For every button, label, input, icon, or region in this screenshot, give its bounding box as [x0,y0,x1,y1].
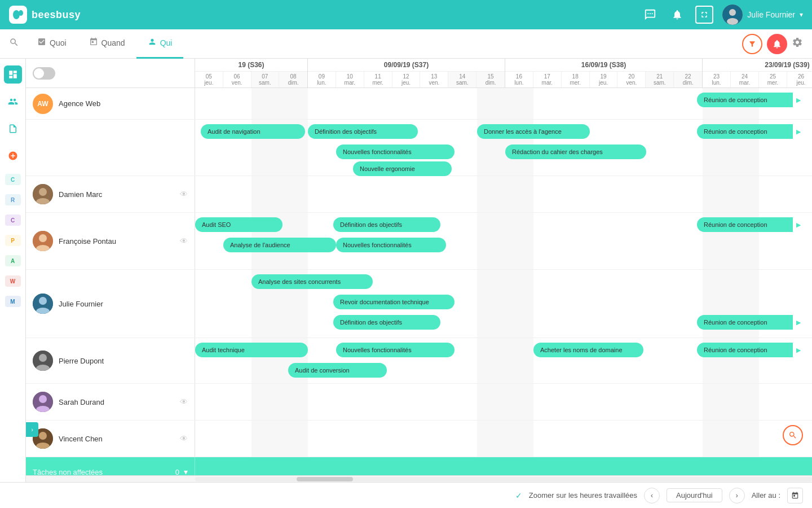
sidebar-dashboard-icon[interactable] [4,65,22,84]
bell-icon[interactable] [668,6,686,24]
svg-point-18 [39,354,47,362]
task-bar[interactable]: Définition des objectifs [308,124,418,139]
person-cell: Vincent Chen 👁 [26,421,195,457]
scroll-hint-button[interactable] [783,425,803,445]
goto-label: Aller au : [752,491,780,500]
table-row: Vincent Chen 👁 [26,421,812,457]
eye-icon[interactable]: 👁 [180,397,188,406]
day-col: 18mer. [562,72,590,87]
task-bar[interactable]: Nouvelles fonctionnalités [336,238,446,252]
scrollbar-thumb[interactable] [297,477,353,481]
calendar-picker-button[interactable] [787,488,803,503]
task-bar[interactable]: Nouvelles fonctionnalités [336,144,454,159]
taches-chevron[interactable]: ▾ [184,467,188,475]
next-nav-button[interactable]: › [729,488,745,503]
eye-icon[interactable]: 👁 [180,434,188,443]
day-col: 05jeu. [195,72,223,87]
task-bar[interactable]: Analyse des sites concurrents [251,274,373,289]
task-bar[interactable]: Audit SEO [195,217,283,232]
notification-button[interactable] [767,34,787,54]
sidebar-a-icon[interactable]: A [5,255,21,266]
day-col: 23lun. [703,72,731,87]
task-bar[interactable]: Acheter les noms de domaine [533,343,643,357]
user-chevron: ▾ [800,11,803,19]
settings-button[interactable] [792,37,803,51]
person-name: Damien Marc [59,190,102,199]
sidebar-c1-icon[interactable]: C [5,174,21,185]
task-bar[interactable]: Revoir documentation technique [333,295,454,309]
people-column-header [26,59,195,87]
search-button[interactable] [9,37,19,50]
sidebar-people-icon[interactable] [4,93,22,111]
day-col-weekend: 21sam. [646,72,674,87]
tab-qui-label: Qui [160,38,173,47]
task-bar[interactable]: Définition des objectifs [333,217,440,232]
task-bar[interactable]: Audit de conversion [288,363,387,378]
table-row: Pierre Dupont Audit technique Nouvelles … [26,338,812,384]
week-headers: 19 (S36) 05jeu. 06ven. 07sam. 08dim. 09/… [195,59,812,87]
day-col: 06ven. [223,72,251,87]
svg-rect-4 [652,13,653,14]
sidebar-doc-icon[interactable] [4,120,22,138]
prev-nav-button[interactable]: ‹ [644,488,660,503]
svg-rect-2 [648,13,649,14]
task-bar[interactable]: Définition des objectifs [333,315,440,330]
task-bar[interactable]: Donner les accès à l'agence [477,124,590,139]
task-bar[interactable]: Nouvelles fonctionnalités [336,343,454,357]
gantt-header: 19 (S36) 05jeu. 06ven. 07sam. 08dim. 09/… [26,59,812,88]
task-bar[interactable]: Réunion de conception ▶ [697,315,793,330]
task-bar[interactable]: Nouvelle ergonomie [353,161,452,176]
filter-button[interactable] [742,34,762,54]
zoom-label: Zoomer sur les heures travaillées [529,491,637,500]
week-s36-label: 19 (S36) [195,59,307,72]
task-bar[interactable]: Réunion de conception ▶ [697,343,793,357]
today-button[interactable]: Aujourd'hui [667,488,722,502]
task-bar[interactable]: Analyse de l'audience [223,238,336,252]
task-bar[interactable]: Audit technique [195,343,308,357]
table-row: AW Agence Web Réunion de conception ▶ [26,88,812,120]
quoi-icon [37,37,46,49]
day-col: 26jeu. [787,72,812,87]
chat-icon[interactable] [641,6,659,24]
taches-cell: Tâches non affectées 0 ▾ [26,457,195,475]
task-bar[interactable]: Audit de navigation [201,124,305,139]
sidebar-c2-icon[interactable]: C [5,214,21,226]
tab-qui[interactable]: Qui [136,29,184,59]
tab-quand[interactable]: Quand [78,29,136,59]
day-col: 12jeu. [392,72,421,87]
day-col-weekend: 14sam. [448,72,476,87]
toggle-switch[interactable] [33,67,55,80]
scrollbar-track [195,477,812,481]
avatar [33,184,53,204]
day-col: 16lun. [505,72,533,87]
sidebar-p-icon[interactable]: P [5,235,21,246]
task-bar[interactable]: Réunion de conception ▶ [697,93,793,107]
avatar [33,294,53,314]
avatar [33,351,53,371]
tab-quoi-label: Quoi [50,38,67,47]
svg-point-1 [19,10,23,16]
top-nav-actions: Julie Fournier ▾ [641,5,803,25]
task-bar[interactable]: Rédaction du cahier des charges [505,144,646,159]
table-row: Damien Marc 👁 [26,176,812,213]
user-profile[interactable]: Julie Fournier ▾ [722,5,803,25]
table-row: Françoise Pontau 👁 Audit SEO Définition … [26,213,812,270]
task-bar[interactable]: Réunion de conception ▶ [697,217,793,232]
task-bar[interactable]: Réunion de conception ▶ [697,124,793,139]
svg-point-21 [39,395,47,403]
avatar [33,392,53,412]
eye-icon[interactable]: 👁 [180,237,188,246]
week-s38-label: 16/09/19 (S38) [505,59,702,72]
sidebar-add-icon[interactable] [4,147,22,165]
sidebar-r-icon[interactable]: R [5,194,21,205]
sidebar-m-icon[interactable]: M [5,296,21,307]
sidebar-expand-button[interactable]: › [26,422,38,437]
tab-quoi[interactable]: Quoi [26,29,78,59]
person-name: Agence Web [59,99,100,108]
fullscreen-icon[interactable] [695,6,713,24]
svg-point-9 [39,188,47,196]
svg-point-0 [13,10,20,19]
day-col: 24mar. [731,72,759,87]
sidebar-w-icon[interactable]: W [5,275,21,287]
eye-icon[interactable]: 👁 [180,190,188,199]
